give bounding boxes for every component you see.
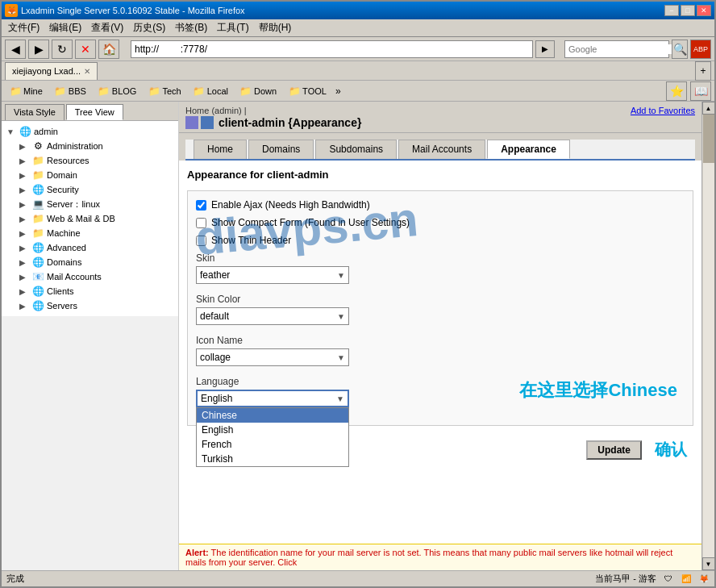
- sidebar-item-server[interactable]: ▶ 💻 Server：linux: [18, 197, 175, 211]
- skin-color-select-wrapper: default ▼: [196, 307, 685, 325]
- icon-name-label: Icon Name: [196, 335, 685, 346]
- browser-tab[interactable]: xiejiayong Lxad... ✕: [5, 62, 98, 80]
- status-bar: 完成 当前马甲 - 游客 🛡 📶 🦊: [2, 570, 714, 586]
- sidebar-item-domains[interactable]: ▶ 🌐 Domains: [18, 255, 175, 269]
- search-button[interactable]: 🔍: [672, 40, 688, 59]
- sidebar-root[interactable]: ▼ 🌐 admin: [5, 124, 175, 139]
- tab-home[interactable]: Home: [194, 140, 247, 159]
- bookmark-blog-label: BLOG: [112, 86, 137, 96]
- alert-message: The identification name for your mail se…: [185, 548, 672, 567]
- sidebar-item-domain[interactable]: ▶ 📁 Domain: [18, 168, 175, 182]
- skin-color-label: Skin Color: [196, 294, 685, 305]
- bookmark-blog[interactable]: 📁 BLOG: [94, 82, 141, 100]
- form-section: Enable Ajax (Needs High Bandwidth) Show …: [187, 190, 693, 426]
- close-button[interactable]: ✕: [697, 5, 711, 16]
- language-option-chinese[interactable]: Chinese: [197, 408, 348, 423]
- status-icon-network: 📶: [681, 573, 692, 585]
- home-button[interactable]: 🏠: [98, 40, 119, 59]
- bookmark-local-label: Local: [207, 86, 228, 96]
- bookmark-mine[interactable]: 📁 Mine: [5, 82, 47, 100]
- window-controls: − □ ✕: [664, 5, 711, 16]
- minimize-button[interactable]: −: [664, 5, 679, 16]
- tab-subdomains[interactable]: Subdomains: [315, 140, 397, 159]
- tab-label: xiejiayong Lxad...: [12, 66, 81, 76]
- skin-color-arrow-icon: ▼: [337, 312, 345, 321]
- tab-domains[interactable]: Domains: [248, 140, 314, 159]
- forward-button[interactable]: ▶: [28, 40, 49, 59]
- tab-mailaccounts[interactable]: Mail Accounts: [398, 140, 485, 159]
- tab-tree-view[interactable]: Tree View: [66, 104, 123, 120]
- address-bar[interactable]: [131, 40, 533, 58]
- firefox-icon: 🦊: [5, 4, 18, 17]
- reload-button[interactable]: ↻: [52, 40, 73, 59]
- address-input[interactable]: [135, 44, 529, 55]
- menu-bookmarks[interactable]: 书签(B): [170, 19, 212, 36]
- skin-arrow-icon: ▼: [337, 271, 345, 280]
- content-area: Vista Style Tree View ▼ 🌐 admin ▶ ⚙ Admi…: [2, 102, 714, 570]
- menu-history[interactable]: 历史(S): [128, 19, 170, 36]
- tab-appearance[interactable]: Appearance: [487, 140, 570, 159]
- sidebar-item-resources[interactable]: ▶ 📁 Resources: [18, 153, 175, 168]
- scrollbar-track[interactable]: [703, 115, 714, 557]
- sidebar-item-advanced[interactable]: ▶ 🌐 Advanced: [18, 240, 175, 255]
- go-button[interactable]: ▶: [535, 40, 555, 58]
- icon-name-select[interactable]: collage ▼: [196, 348, 349, 366]
- checkbox-compact[interactable]: [196, 218, 206, 228]
- scrollbar-thumb[interactable]: [703, 115, 714, 163]
- skin-color-select[interactable]: default ▼: [196, 307, 349, 325]
- tab-bar: xiejiayong Lxad... ✕ +: [2, 61, 714, 81]
- stop-button[interactable]: ✕: [75, 40, 96, 59]
- menu-file[interactable]: 文件(F): [3, 19, 44, 36]
- root-icon: 🌐: [19, 125, 31, 138]
- search-input[interactable]: [565, 44, 683, 54]
- status-user: 当前马甲 - 游客: [595, 573, 656, 585]
- back-button[interactable]: ◀: [5, 40, 26, 59]
- menu-edit[interactable]: 编辑(E): [44, 19, 86, 36]
- scroll-down-button[interactable]: ▼: [702, 557, 715, 570]
- checkbox-ajax[interactable]: [196, 200, 206, 211]
- update-button[interactable]: Update: [586, 440, 642, 460]
- language-option-turkish[interactable]: Turkish: [197, 452, 348, 466]
- icon-name-value: collage: [200, 352, 231, 363]
- bookmark-down[interactable]: 📁 Down: [235, 82, 281, 100]
- scroll-up-button[interactable]: ▲: [702, 102, 715, 115]
- right-panel: Home (admin) | Add to Favorites client-a…: [179, 102, 701, 570]
- bookmark-tool[interactable]: 📁 TOOL: [284, 82, 331, 100]
- sidebar-item-servers[interactable]: ▶ 🌐 Servers: [18, 298, 175, 313]
- sidebar-item-machine[interactable]: ▶ 📁 Machine: [18, 226, 175, 240]
- sidebar-item-administration[interactable]: ▶ ⚙ Administration: [18, 139, 175, 153]
- new-tab-button[interactable]: +: [695, 61, 711, 81]
- bookmark-local[interactable]: 📁 Local: [189, 82, 232, 100]
- checkbox-compact-label: Show Compact Form (Found in User Setting…: [211, 217, 410, 228]
- menu-view[interactable]: 查看(V): [86, 19, 128, 36]
- section-title: Appearance for client-admin: [187, 169, 693, 181]
- menu-tools[interactable]: 工具(T): [212, 19, 253, 36]
- add-favorites-link[interactable]: Add to Favorites: [631, 106, 695, 115]
- checkbox-row-compact: Show Compact Form (Found in User Setting…: [196, 217, 685, 228]
- sidebar-item-clients[interactable]: ▶ 🌐 Clients: [18, 284, 175, 298]
- language-option-english[interactable]: English: [197, 423, 348, 437]
- bookmark-tech-label: Tech: [162, 86, 181, 96]
- language-arrow-icon: ▼: [336, 394, 344, 403]
- title-bar-left: 🦊 Lxadmin Single Server 5.0.16092 Stable…: [5, 4, 245, 17]
- language-option-french[interactable]: French: [197, 437, 348, 452]
- skin-select[interactable]: feather ▼: [196, 266, 349, 284]
- alert-bar: Alert: The identification name for your …: [179, 544, 701, 570]
- bookmark-star[interactable]: ⭐: [666, 81, 687, 101]
- menu-help[interactable]: 帮助(H): [254, 19, 297, 36]
- addon-button[interactable]: ABP: [690, 40, 711, 59]
- bookmark-icon2[interactable]: 📖: [690, 81, 711, 101]
- language-select[interactable]: English ▼: [196, 390, 349, 407]
- tab-close-button[interactable]: ✕: [84, 67, 90, 76]
- sidebar-item-security[interactable]: ▶ 🌐 Security: [18, 182, 175, 197]
- sidebar-item-webmail[interactable]: ▶ 📁 Web & Mail & DB: [18, 211, 175, 226]
- icon-box-2: [201, 116, 214, 129]
- bookmark-tech[interactable]: 📁 Tech: [144, 82, 185, 100]
- bookmarks-more[interactable]: »: [334, 84, 343, 98]
- sidebar-item-mailaccounts[interactable]: ▶ 📧 Mail Accounts: [18, 269, 175, 284]
- status-text: 完成: [6, 573, 24, 585]
- checkbox-thin[interactable]: [196, 236, 206, 246]
- tab-vista-style[interactable]: Vista Style: [5, 104, 65, 120]
- maximize-button[interactable]: □: [681, 5, 695, 16]
- bookmark-bbs[interactable]: 📁 BBS: [50, 82, 90, 100]
